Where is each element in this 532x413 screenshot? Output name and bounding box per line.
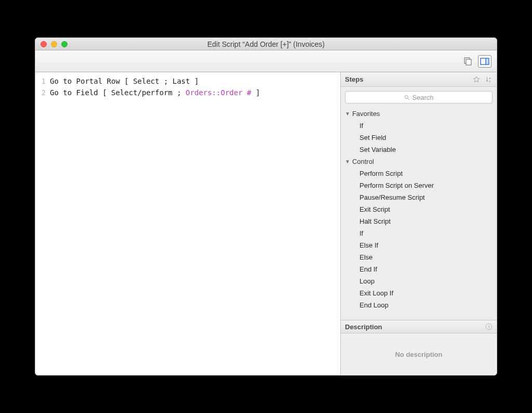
step-item[interactable]: Else xyxy=(344,251,494,263)
script-editor[interactable]: 1 Go to Portal Row [ Select ; Last ] 2 G… xyxy=(35,72,341,375)
script-editor-window: Edit Script “Add Order [+]” (Invoices) 1… xyxy=(35,37,497,376)
svg-rect-3 xyxy=(486,58,489,64)
close-icon[interactable] xyxy=(41,41,47,47)
search-box: Search xyxy=(345,91,493,104)
panel-toggle-icon[interactable] xyxy=(478,55,491,68)
step-item[interactable]: Else If xyxy=(344,239,494,251)
svg-text:z: z xyxy=(489,79,491,82)
step-item[interactable]: Pause/Resume Script xyxy=(344,191,494,203)
step-item[interactable]: Set Field xyxy=(344,132,494,144)
step-item[interactable]: Exit Loop If xyxy=(344,287,494,299)
window-title: Edit Script “Add Order [+]” (Invoices) xyxy=(35,40,497,48)
zoom-icon[interactable] xyxy=(61,41,68,47)
description-header-label: Description xyxy=(345,323,382,331)
svg-rect-1 xyxy=(466,59,471,65)
category-label: Favorites xyxy=(352,110,380,118)
step-item[interactable]: Exit Script xyxy=(344,203,494,215)
copy-icon[interactable] xyxy=(461,55,475,68)
steps-category[interactable]: ▼Control xyxy=(344,156,494,167)
step-item[interactable]: If xyxy=(344,120,494,132)
disclosure-triangle-icon: ▼ xyxy=(345,159,350,164)
disclosure-triangle-icon: ▼ xyxy=(345,111,350,117)
svg-text:a: a xyxy=(489,76,491,79)
favorite-star-icon[interactable] xyxy=(473,76,480,83)
toolbar xyxy=(35,50,497,72)
titlebar[interactable]: Edit Script “Add Order [+]” (Invoices) xyxy=(35,38,497,50)
description-body: No description xyxy=(341,333,497,375)
steps-header-label: Steps xyxy=(345,75,363,83)
category-label: Control xyxy=(352,158,374,165)
line-number: 1 xyxy=(35,75,50,87)
description-header: Description ? xyxy=(341,320,497,333)
svg-text:?: ? xyxy=(488,325,490,329)
steps-sidebar: Steps a z xyxy=(341,72,497,375)
no-description-label: No description xyxy=(395,351,442,358)
steps-list[interactable]: ▼FavoritesIfSet FieldSet Variable▼Contro… xyxy=(341,108,497,320)
help-icon[interactable]: ? xyxy=(485,323,493,330)
sort-az-icon[interactable]: a z xyxy=(485,76,493,83)
step-item[interactable]: If xyxy=(344,227,494,239)
step-item[interactable]: Perform Script on Server xyxy=(344,179,494,191)
step-item[interactable]: Halt Script xyxy=(344,215,494,227)
search-input[interactable] xyxy=(345,91,493,104)
step-item[interactable]: Set Variable xyxy=(344,144,494,156)
steps-category[interactable]: ▼Favorites xyxy=(344,108,494,120)
steps-header: Steps a z xyxy=(341,72,497,87)
script-line[interactable]: 2 Go to Field [ Select/perform ; Orders:… xyxy=(35,87,340,98)
script-code[interactable]: Go to Field [ Select/perform ; Orders::O… xyxy=(50,87,260,98)
step-item[interactable]: End Loop xyxy=(344,299,494,311)
script-line[interactable]: 1 Go to Portal Row [ Select ; Last ] xyxy=(35,75,340,87)
step-item[interactable]: Perform Script xyxy=(344,167,494,179)
traffic-lights xyxy=(35,41,68,47)
step-item[interactable]: End If xyxy=(344,263,494,275)
script-code[interactable]: Go to Portal Row [ Select ; Last ] xyxy=(50,75,199,87)
minimize-icon[interactable] xyxy=(51,41,57,47)
line-number: 2 xyxy=(35,87,50,98)
step-item[interactable]: Loop xyxy=(344,275,494,287)
